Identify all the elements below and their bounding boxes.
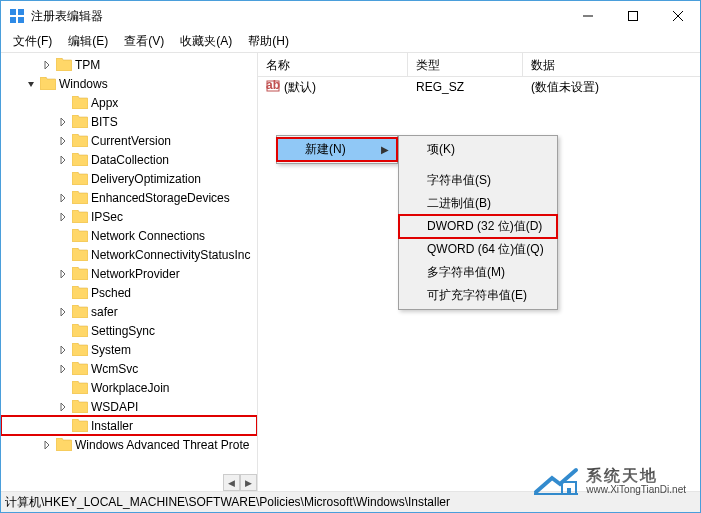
menu-item-expand-label: 可扩充字符串值(E)	[427, 287, 527, 304]
tree-node-label: Windows Advanced Threat Prote	[75, 438, 250, 452]
tree-node-label: IPSec	[91, 210, 123, 224]
col-header-data[interactable]: 数据	[523, 53, 700, 76]
folder-icon	[72, 400, 88, 413]
folder-icon	[72, 96, 88, 109]
context-menu-primary: 新建(N) ▶	[276, 135, 398, 164]
tree-node-appx[interactable]: Appx	[1, 93, 257, 112]
folder-icon	[56, 58, 72, 71]
tree-node-label: System	[91, 343, 131, 357]
chevron-right-icon[interactable]	[57, 306, 69, 318]
folder-icon	[72, 419, 88, 432]
tree-node-datacollection[interactable]: DataCollection	[1, 150, 257, 169]
folder-icon	[72, 210, 88, 223]
menu-favorites[interactable]: 收藏夹(A)	[172, 30, 240, 53]
tree-node-label: BITS	[91, 115, 118, 129]
svg-text:ab: ab	[266, 79, 280, 92]
folder-icon	[72, 343, 88, 356]
tree-node-ipsec[interactable]: IPSec	[1, 207, 257, 226]
tree-node-installer[interactable]: Installer	[1, 416, 257, 435]
scroll-right-button[interactable]: ▶	[240, 474, 257, 491]
chevron-right-icon[interactable]	[57, 154, 69, 166]
tree-node-network-connections[interactable]: Network Connections	[1, 226, 257, 245]
menu-item-dword[interactable]: DWORD (32 位)值(D)	[399, 215, 557, 238]
chevron-right-icon[interactable]	[41, 439, 53, 451]
chevron-right-icon[interactable]	[57, 211, 69, 223]
minimize-button[interactable]	[565, 1, 610, 31]
tree-node-label: Network Connections	[91, 229, 205, 243]
window-title: 注册表编辑器	[31, 8, 565, 25]
tree-node-label: SettingSync	[91, 324, 155, 338]
menu-file[interactable]: 文件(F)	[5, 30, 60, 53]
tree-node-networkprovider[interactable]: NetworkProvider	[1, 264, 257, 283]
folder-icon	[72, 324, 88, 337]
tree-node-currentversion[interactable]: CurrentVersion	[1, 131, 257, 150]
watermark-icon	[532, 464, 580, 498]
menu-item-new[interactable]: 新建(N) ▶	[277, 138, 397, 161]
tree-node-label: Psched	[91, 286, 131, 300]
titlebar: 注册表编辑器	[1, 1, 700, 31]
tree-node-deliveryoptimization[interactable]: DeliveryOptimization	[1, 169, 257, 188]
tree-node-bits[interactable]: BITS	[1, 112, 257, 131]
tree-node-networkconnectivitystatusinc[interactable]: NetworkConnectivityStatusInc	[1, 245, 257, 264]
tree-node-settingsync[interactable]: SettingSync	[1, 321, 257, 340]
tree-node-system[interactable]: System	[1, 340, 257, 359]
chevron-right-icon[interactable]	[57, 401, 69, 413]
tree-node-workplacejoin[interactable]: WorkplaceJoin	[1, 378, 257, 397]
chevron-right-icon[interactable]	[57, 363, 69, 375]
chevron-right-icon[interactable]	[57, 344, 69, 356]
menu-item-multi[interactable]: 多字符串值(M)	[399, 261, 557, 284]
watermark-cn: 系统天地	[586, 467, 686, 485]
menu-item-string[interactable]: 字符串值(S)	[399, 169, 557, 192]
cell-data: (数值未设置)	[523, 77, 700, 98]
menu-item-key-label: 项(K)	[427, 141, 455, 158]
tree-node-label: NetworkProvider	[91, 267, 180, 281]
tree-node-windows[interactable]: Windows	[1, 74, 257, 93]
menubar: 文件(F) 编辑(E) 查看(V) 收藏夹(A) 帮助(H)	[1, 31, 700, 53]
string-value-icon: ab	[266, 79, 280, 96]
tree-node-label: Installer	[91, 419, 133, 433]
folder-icon	[72, 267, 88, 280]
tree-node-label: EnhancedStorageDevices	[91, 191, 230, 205]
list-pane[interactable]: 名称 类型 数据 ab (默认) REG_SZ (数值未设置) 新建(N) ▶	[258, 53, 700, 491]
folder-icon	[72, 381, 88, 394]
chevron-right-icon[interactable]	[57, 192, 69, 204]
tree-node-label: safer	[91, 305, 118, 319]
tree-node-label: DataCollection	[91, 153, 169, 167]
folder-icon	[56, 438, 72, 451]
tree-node-safer[interactable]: safer	[1, 302, 257, 321]
menu-view[interactable]: 查看(V)	[116, 30, 172, 53]
chevron-right-icon[interactable]	[57, 268, 69, 280]
chevron-right-icon[interactable]	[57, 116, 69, 128]
folder-icon	[72, 115, 88, 128]
menu-edit[interactable]: 编辑(E)	[60, 30, 116, 53]
tree-node-wsdapi[interactable]: WSDAPI	[1, 397, 257, 416]
menu-help[interactable]: 帮助(H)	[240, 30, 297, 53]
tree-node-enhancedstoragedevices[interactable]: EnhancedStorageDevices	[1, 188, 257, 207]
scroll-left-button[interactable]: ◀	[223, 474, 240, 491]
tree-node-windows-advanced-threat-prote[interactable]: Windows Advanced Threat Prote	[1, 435, 257, 454]
col-header-type[interactable]: 类型	[408, 53, 523, 76]
maximize-button[interactable]	[610, 1, 655, 31]
menu-item-key[interactable]: 项(K)	[399, 138, 557, 161]
svg-rect-3	[18, 17, 24, 23]
col-header-name[interactable]: 名称	[258, 53, 408, 76]
chevron-right-icon[interactable]	[57, 135, 69, 147]
tree-node-psched[interactable]: Psched	[1, 283, 257, 302]
menu-item-qword[interactable]: QWORD (64 位)值(Q)	[399, 238, 557, 261]
window-controls	[565, 1, 700, 31]
menu-item-expand[interactable]: 可扩充字符串值(E)	[399, 284, 557, 307]
chevron-right-icon[interactable]	[41, 59, 53, 71]
folder-icon	[72, 362, 88, 375]
tree-node-wcmsvc[interactable]: WcmSvc	[1, 359, 257, 378]
tree-node-label: DeliveryOptimization	[91, 172, 201, 186]
tree-node-tpm[interactable]: TPM	[1, 55, 257, 74]
folder-icon	[72, 134, 88, 147]
chevron-down-icon[interactable]	[25, 78, 37, 90]
close-button[interactable]	[655, 1, 700, 31]
menu-item-qword-label: QWORD (64 位)值(Q)	[427, 241, 544, 258]
svg-rect-1	[18, 9, 24, 15]
list-row[interactable]: ab (默认) REG_SZ (数值未设置)	[258, 77, 700, 97]
menu-item-dword-label: DWORD (32 位)值(D)	[427, 218, 542, 235]
menu-item-binary[interactable]: 二进制值(B)	[399, 192, 557, 215]
tree-pane[interactable]: TPMWindowsAppxBITSCurrentVersionDataColl…	[1, 53, 258, 491]
